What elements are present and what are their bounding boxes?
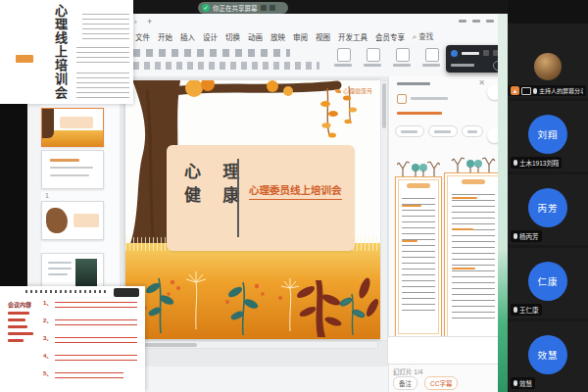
word-doc-bottom[interactable]: 会议内容 1、 2、 3、 4、 5、 [0, 286, 145, 392]
menu-devtools[interactable]: 开发工具 [334, 31, 371, 42]
pane-pill-3[interactable] [462, 125, 483, 137]
doc2-item-1-num: 1、 [43, 298, 52, 307]
word-doc-top[interactable]: 心理线上培训会 [0, 0, 133, 104]
pane-close-icon[interactable]: ✕ [478, 78, 485, 87]
doc2-dark-chip[interactable] [114, 288, 139, 297]
mic-icon [514, 380, 517, 386]
ribbon-icons-row1[interactable] [133, 49, 290, 57]
menu-home[interactable]: 开始 [154, 31, 176, 42]
share-check-icon: ✓ [202, 4, 210, 12]
participant-tile-4[interactable]: 效慧 效慧 [508, 321, 588, 392]
notes-toggle-button[interactable]: 备注 [393, 376, 417, 390]
content-card-2[interactable] [444, 172, 503, 341]
slide-title-card[interactable]: 心 理健 康 心理委员线上培训会 [167, 145, 355, 251]
search-command[interactable]: ⌕ 查找 [409, 30, 437, 42]
minimize-button[interactable] [459, 20, 466, 23]
participant-3-avatar: 仁康 [528, 262, 567, 301]
participant-2-avatar: 丙芳 [528, 188, 567, 227]
pane-text-placeholder [411, 97, 448, 100]
doc-paragraph-1 [82, 12, 129, 39]
doc2-item-3-text [55, 333, 137, 343]
share-badge-icon: ▲ [511, 86, 519, 95]
slide-thumbnail-2[interactable] [41, 150, 104, 189]
card-1-title-pill [407, 183, 430, 188]
ribbon-tools-button[interactable] [425, 48, 439, 62]
slide-subtitle: 心理委员线上培训会 [249, 182, 342, 200]
canvas-vertical-scrollbar[interactable] [380, 80, 388, 341]
participant-tile-1[interactable]: 刘翔 土木1913刘翔 [508, 101, 588, 172]
pane-title-placeholder [397, 82, 430, 85]
new-tab-button[interactable]: + [147, 17, 152, 26]
screen-share-indicator[interactable]: ✓ 你正在共享屏幕 [198, 2, 288, 14]
participant-3-chip: 王仁康 [511, 304, 542, 316]
desktop-edge-sliver [498, 14, 508, 392]
cc-subtitle-button[interactable]: CC字幕 [424, 376, 458, 390]
wheat-field-illustration [125, 243, 380, 339]
menu-transition[interactable]: 切换 [221, 31, 244, 42]
menu-member[interactable]: 会员专享 [371, 31, 409, 42]
doc-paragraph-2 [76, 47, 129, 63]
doc-paragraph-3 [76, 69, 129, 98]
menu-slideshow[interactable]: 放映 [267, 31, 289, 42]
card-1-text-placeholder [402, 193, 435, 311]
ribbon-wordart-button[interactable] [367, 48, 380, 62]
title-divider [237, 159, 239, 237]
doc2-item-5-text [55, 368, 123, 378]
doc2-header-placeholder [25, 290, 108, 293]
meeting-panel-header [508, 0, 588, 24]
ribbon-media-button[interactable] [396, 48, 410, 62]
slide-corner-text: 心理健康月 [335, 86, 372, 95]
participant-3-label: 王仁康 [519, 305, 539, 315]
speaker-avatar [534, 53, 562, 80]
menu-design[interactable]: 设计 [199, 31, 221, 42]
canvas-horizontal-scrollbar[interactable] [125, 341, 378, 349]
share-stop-button[interactable] [270, 5, 275, 11]
menu-file[interactable]: 文件 [131, 31, 154, 42]
share-pause-button[interactable] [261, 5, 267, 11]
menu-insert[interactable]: 插入 [176, 31, 199, 42]
menu-view[interactable]: 视图 [312, 31, 334, 42]
search-label: 查找 [418, 32, 433, 41]
participant-4-label: 效慧 [519, 378, 532, 388]
leaf-icon [335, 89, 341, 93]
doc-orange-badge [16, 55, 33, 63]
pen-icon [397, 94, 407, 104]
pane-pill-1[interactable] [395, 125, 424, 137]
doc2-heading: 会议内容 [8, 300, 31, 309]
current-slide[interactable]: 心 理健 康 心理委员线上培训会 心理健康月 [125, 80, 380, 339]
pane-pill-2[interactable] [428, 125, 458, 137]
participant-1-chip: 土木1913刘翔 [511, 157, 562, 169]
deer-icon [397, 159, 440, 176]
ribbon-icons-row2[interactable] [133, 62, 319, 70]
menu-review[interactable]: 审阅 [289, 31, 312, 42]
participant-tile-3[interactable]: 仁康 王仁康 [508, 248, 588, 318]
participant-2-label: 杨丙芳 [519, 231, 539, 241]
participant-tile-2[interactable]: 丙芳 杨丙芳 [508, 174, 588, 245]
content-card-1[interactable] [395, 176, 442, 337]
participant-4-avatar: 效慧 [528, 335, 567, 374]
ime-logo-icon [451, 50, 458, 57]
doc2-item-3-num: 3、 [43, 333, 52, 342]
mic-icon [514, 233, 517, 239]
card-2-text-placeholder [452, 189, 495, 318]
speaker-notes-box[interactable] [387, 336, 503, 365]
thumb-number-1: 1 [45, 192, 49, 199]
doc2-item-1-text [55, 298, 137, 308]
ime-button-1[interactable] [483, 50, 489, 56]
pane-link-placeholder[interactable] [397, 112, 442, 115]
monitor-icon [521, 87, 531, 95]
slide-thumbnail-1[interactable] [41, 108, 104, 147]
doc2-item-2-num: 2、 [43, 316, 52, 324]
participant-2-chip: 杨丙芳 [511, 230, 542, 242]
deer-icon-2 [446, 155, 501, 172]
menu-animation[interactable]: 动画 [244, 31, 267, 42]
screenshot-root: ✓ 你正在共享屏幕 ‹ › + 文件 开始 插入 设计 切换 动画 放映 审阅 … [0, 0, 588, 392]
maximize-button[interactable] [472, 20, 480, 23]
speaker-tile[interactable]: ▲ 主持人的屏幕分享 [508, 24, 588, 98]
slide-thumbnail-3[interactable] [41, 201, 104, 240]
doc-vertical-title: 心理线上培训会 [51, 4, 70, 100]
participant-1-avatar: 刘翔 [528, 115, 567, 154]
ribbon-textbox-button[interactable] [337, 48, 351, 62]
participant-4-chip: 效慧 [511, 377, 535, 389]
close-button[interactable] [486, 20, 494, 23]
